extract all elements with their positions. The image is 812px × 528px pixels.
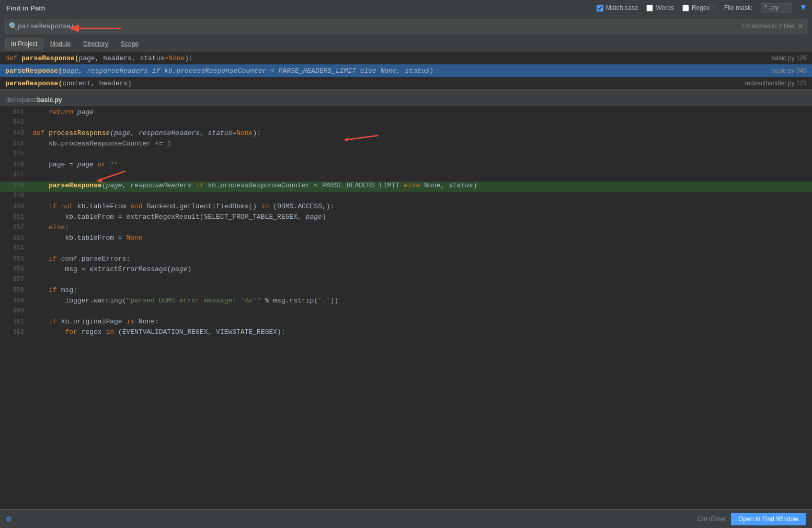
match-case-option[interactable]: Match case <box>597 4 638 12</box>
file-path-dir: lib/request/ <box>6 96 37 104</box>
line-number: 347 <box>5 171 24 178</box>
line-number: 343 <box>5 130 24 137</box>
line-content: return page <box>32 108 94 116</box>
line-content: if msg: <box>32 286 77 294</box>
code-panel: lib/request/basic.py 341 return page 342… <box>0 94 812 509</box>
line-content: parseResponse(page, responseHeaders if k… <box>32 182 477 189</box>
result-params: page, headers, status <box>78 54 164 62</box>
result-content: parseResponse(page, responseHeaders if k… <box>5 67 767 75</box>
code-line: 361 if kb.originalPage is None: <box>0 318 812 328</box>
line-number: 353 <box>5 234 24 242</box>
tab-directory[interactable]: Directory <box>77 38 114 50</box>
line-number: 350 <box>5 203 24 210</box>
code-line: 343 def processResponse(page, responseHe… <box>0 129 812 140</box>
result-row[interactable]: parseResponse(page, responseHeaders if k… <box>0 64 812 77</box>
file-mask-label: File mask: <box>724 4 753 12</box>
search-input[interactable] <box>18 23 737 30</box>
search-options: Match case Words Regex ? File mask: ▼ <box>597 3 806 13</box>
line-content: def processResponse(page, responseHeader… <box>32 129 261 137</box>
bottom-bar: ⚙ Ctrl+Enter Open in Find Window <box>0 509 812 528</box>
file-path-header: lib/request/basic.py <box>0 94 812 106</box>
code-line: 349 <box>0 192 812 203</box>
result-match: parseResponse( <box>5 80 62 87</box>
line-number: 360 <box>5 307 24 314</box>
result-file-ref: basic.py 348 <box>767 67 807 74</box>
code-line: 348 parseResponse(page, responseHeaders … <box>0 182 812 192</box>
line-number: 341 <box>5 109 24 116</box>
line-content: logger.warning("parsed DBMS error messag… <box>32 297 338 305</box>
result-keyword: def <box>5 54 21 62</box>
result-suffix: page, responseHeaders if kb.processRespo… <box>62 67 433 75</box>
result-paren: ): <box>185 54 193 62</box>
line-content: kb.processResponseCounter += 1 <box>32 140 171 148</box>
file-mask-input[interactable] <box>761 3 792 13</box>
line-content: page = page or "" <box>32 161 118 168</box>
line-number: 344 <box>5 140 24 148</box>
line-content: for regex in (EVENTVALIDATION_REGEX, VIE… <box>32 328 285 336</box>
line-content: kb.tableFrom = extractRegexResult(SELECT… <box>32 213 326 221</box>
top-panel: Find in Path Match case Words Regex ? Fi… <box>0 0 812 90</box>
code-line: 344 kb.processResponseCounter += 1 <box>0 140 812 150</box>
search-bar-row: 🔍 3 matches in 2 files ✕ <box>0 16 812 36</box>
result-row[interactable]: parseResponse(content, headers) redirect… <box>0 77 812 89</box>
regex-option[interactable]: Regex ? <box>682 4 716 12</box>
regex-label: Regex <box>692 4 710 12</box>
code-area[interactable]: 341 return page 342 343 def processRespo… <box>0 106 812 509</box>
result-none: None <box>168 54 185 62</box>
line-number: 355 <box>5 255 24 263</box>
result-content: parseResponse(content, headers) <box>5 80 739 87</box>
svg-line-2 <box>347 136 378 140</box>
line-number: 359 <box>5 297 24 305</box>
line-content: msg = extractErrorMessage(page) <box>32 265 191 273</box>
line-number: 348 <box>5 182 24 189</box>
settings-icon[interactable]: ⚙ <box>6 514 12 524</box>
code-line: 355 if conf.parseErrors: <box>0 255 812 265</box>
result-row[interactable]: def parseResponse(page, headers, status=… <box>0 52 812 64</box>
code-line: 353 kb.tableFrom = None <box>0 234 812 244</box>
shortcut-label: Ctrl+Enter <box>697 515 726 523</box>
dialog-title: Find in Path <box>6 4 45 12</box>
line-content: else: <box>32 223 69 231</box>
regex-checkbox[interactable] <box>682 5 689 12</box>
words-label: Words <box>656 4 673 12</box>
line-number: 357 <box>5 276 24 283</box>
open-find-window-button[interactable]: Open in Find Window <box>731 513 806 525</box>
code-line: 356 msg = extractErrorMessage(page) <box>0 265 812 276</box>
code-line: 346 page = page or "" <box>0 161 812 171</box>
line-number: 361 <box>5 318 24 325</box>
results-list: def parseResponse(page, headers, status=… <box>0 52 812 89</box>
code-line: 342 <box>0 119 812 129</box>
result-file-ref: redirecthandler.py 121 <box>739 80 807 87</box>
code-line: 352 else: <box>0 223 812 234</box>
search-bar-container: 🔍 3 matches in 2 files ✕ <box>5 19 807 33</box>
code-line: 358 if msg: <box>0 286 812 297</box>
code-line: 351 kb.tableFrom = extractRegexResult(SE… <box>0 213 812 223</box>
line-number: 354 <box>5 244 24 252</box>
line-number: 358 <box>5 287 24 294</box>
code-line: 360 <box>0 307 812 318</box>
line-content: kb.tableFrom = None <box>32 234 143 242</box>
line-number: 356 <box>5 266 24 273</box>
result-match: parseResponse( <box>5 67 62 75</box>
clear-search-button[interactable]: ✕ <box>798 21 803 31</box>
filter-icon[interactable]: ▼ <box>800 3 806 13</box>
code-line: 341 return page <box>0 108 812 119</box>
tab-in-project[interactable]: In Project <box>5 38 43 50</box>
code-line: 357 <box>0 276 812 286</box>
match-case-checkbox[interactable] <box>597 5 603 12</box>
line-number: 342 <box>5 119 24 126</box>
match-count: 3 matches in 2 files <box>741 23 795 30</box>
tab-scope[interactable]: Scope <box>115 38 144 50</box>
result-equals: = <box>164 54 168 62</box>
match-case-label: Match case <box>606 4 638 12</box>
words-checkbox[interactable] <box>646 5 653 12</box>
code-line: 347 <box>0 171 812 182</box>
line-content: if conf.parseErrors: <box>32 255 130 263</box>
words-option[interactable]: Words <box>646 4 673 12</box>
result-match: parseResponse( <box>21 54 78 62</box>
code-line: 362 for regex in (EVENTVALIDATION_REGEX,… <box>0 328 812 339</box>
line-number: 351 <box>5 214 24 221</box>
code-line: 354 <box>0 244 812 255</box>
tab-module[interactable]: Module <box>44 38 76 50</box>
result-content: def parseResponse(page, headers, status=… <box>5 54 767 62</box>
